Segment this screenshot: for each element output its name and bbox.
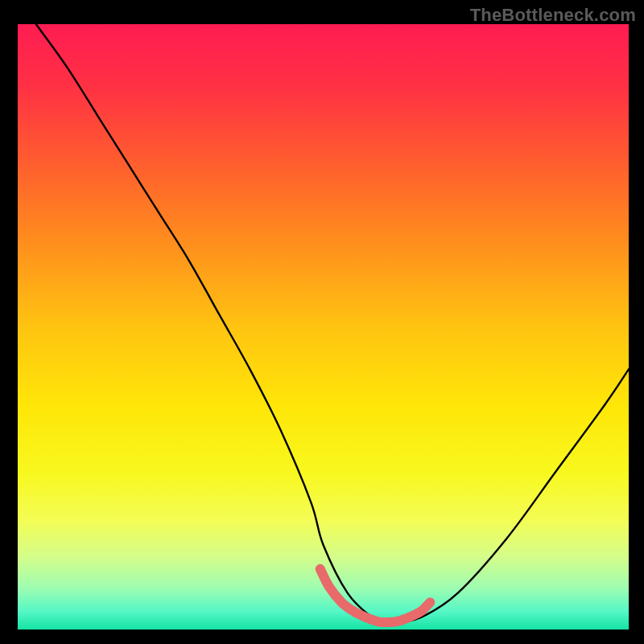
plot-background: [18, 24, 629, 630]
bottleneck-curve-chart: [0, 0, 644, 644]
watermark-text: TheBottleneck.com: [470, 5, 636, 26]
chart-frame: { "watermark": "TheBottleneck.com", "cha…: [0, 0, 644, 644]
